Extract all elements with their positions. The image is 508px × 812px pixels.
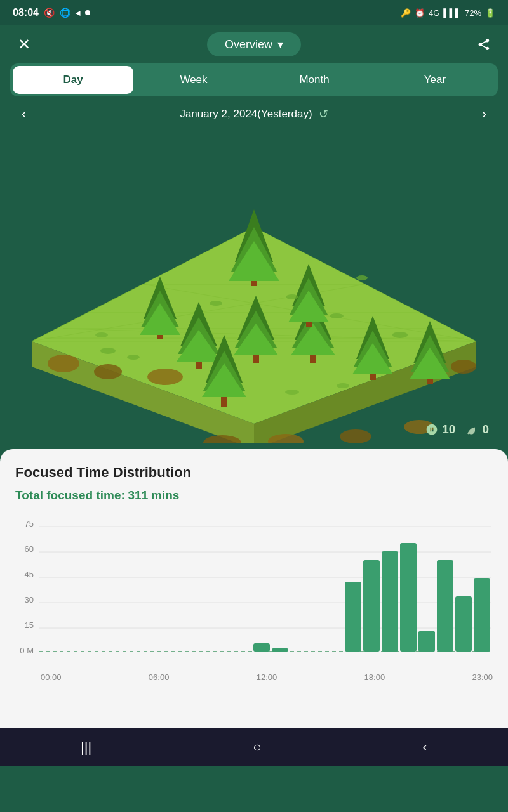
- dead-coin-icon: [465, 423, 478, 436]
- bar-chart: 75 60 45 30 15 0 M: [15, 515, 493, 667]
- tab-day[interactable]: Day: [13, 66, 133, 94]
- next-date-button[interactable]: ›: [476, 103, 493, 125]
- svg-rect-84: [382, 551, 398, 652]
- svg-point-14: [48, 355, 79, 372]
- card-title: Focused Time Distribution: [15, 464, 493, 481]
- green-coin-icon: [425, 423, 438, 436]
- reset-date-button[interactable]: ↺: [319, 107, 328, 121]
- status-bar: 08:04 🔇 🌐 ◂ 🔑 ⏰ 4G ▌▌▌ 72% 🔋: [0, 0, 508, 25]
- current-date: January 2, 2024(Yesterday) ↺: [180, 107, 328, 121]
- svg-point-59: [127, 355, 140, 360]
- svg-rect-86: [418, 631, 435, 652]
- svg-point-66: [285, 390, 299, 395]
- top-navigation: ✕ Overview ▾: [0, 25, 508, 63]
- dead-coins: 0: [465, 422, 489, 436]
- svg-point-65: [95, 332, 108, 337]
- dead-coin-count: 0: [482, 422, 489, 436]
- bottom-navigation: ||| ○ ‹: [0, 728, 508, 766]
- nav-back[interactable]: ‹: [408, 734, 443, 761]
- share-icon: [477, 37, 491, 51]
- tab-month[interactable]: Month: [254, 66, 375, 94]
- svg-point-67: [337, 383, 349, 388]
- tab-week[interactable]: Week: [133, 66, 254, 94]
- svg-rect-88: [455, 596, 472, 652]
- svg-point-63: [210, 301, 222, 306]
- overview-title[interactable]: Overview ▾: [207, 32, 301, 56]
- svg-rect-80: [253, 643, 270, 652]
- nav-recent-apps[interactable]: |||: [65, 734, 107, 761]
- status-icons: 🔑 ⏰ 4G ▌▌▌ 72% 🔋: [401, 8, 495, 18]
- share-button[interactable]: [472, 33, 495, 56]
- forest-illustration: [6, 138, 502, 443]
- svg-text:30: 30: [25, 595, 34, 605]
- svg-text:60: 60: [25, 544, 34, 554]
- nav-home[interactable]: ○: [237, 734, 276, 761]
- svg-rect-89: [474, 578, 490, 652]
- bottom-card: Focused Time Distribution Total focused …: [0, 449, 508, 728]
- svg-point-61: [330, 313, 344, 318]
- svg-text:75: 75: [25, 519, 34, 528]
- svg-point-58: [100, 348, 116, 354]
- svg-point-15: [94, 364, 122, 379]
- svg-point-19: [340, 429, 371, 443]
- svg-rect-81: [272, 648, 288, 652]
- dropdown-icon: ▾: [277, 37, 283, 51]
- coins-display: 10 0: [425, 422, 489, 436]
- svg-point-60: [286, 294, 298, 299]
- green-coins: 10: [425, 422, 455, 436]
- tab-year[interactable]: Year: [375, 66, 495, 94]
- chart-container: 75 60 45 30 15 0 M: [15, 515, 493, 680]
- svg-text:0 M: 0 M: [20, 646, 34, 655]
- prev-date-button[interactable]: ‹: [15, 103, 32, 125]
- forest-scene: 10 0: [0, 132, 508, 449]
- status-time: 08:04 🔇 🌐 ◂: [13, 7, 90, 18]
- svg-rect-85: [400, 543, 417, 652]
- green-coin-count: 10: [442, 422, 455, 436]
- svg-text:45: 45: [25, 570, 34, 579]
- svg-point-21: [451, 360, 476, 374]
- svg-rect-83: [363, 560, 380, 652]
- date-navigation: ‹ January 2, 2024(Yesterday) ↺ ›: [0, 96, 508, 132]
- close-button[interactable]: ✕: [13, 33, 36, 56]
- svg-point-62: [392, 332, 408, 338]
- chart-x-labels: 00:00 06:00 12:00 18:00 23:00: [15, 670, 493, 682]
- svg-rect-82: [345, 582, 361, 652]
- svg-rect-87: [437, 560, 453, 652]
- svg-text:15: 15: [25, 620, 34, 630]
- svg-point-16: [147, 369, 183, 385]
- total-time: Total focused time: 311 mins: [15, 488, 493, 502]
- tab-bar: Day Week Month Year: [10, 63, 498, 96]
- svg-point-64: [356, 275, 368, 280]
